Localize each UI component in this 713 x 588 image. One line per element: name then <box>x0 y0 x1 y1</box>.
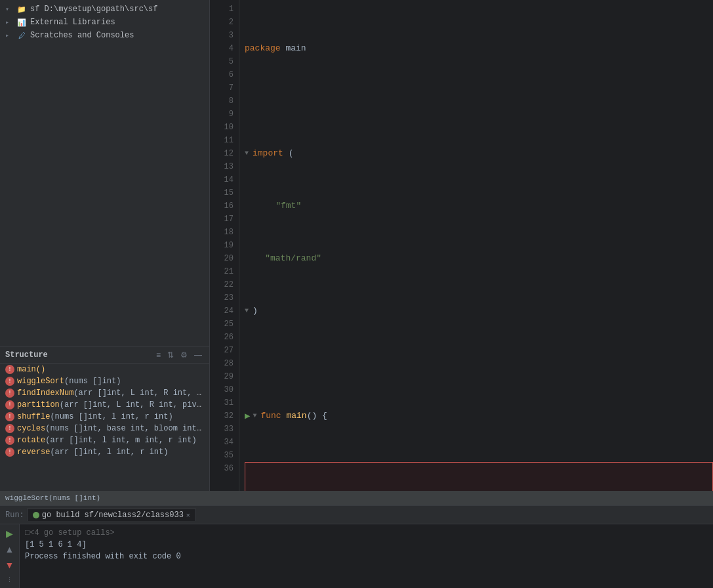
error-icon-main: ! <box>5 365 14 374</box>
line-num-12: 12 <box>210 147 234 160</box>
sidebar-item-sf[interactable]: ▾ 📁 sf D:\mysetup\gopath\src\sf <box>0 3 209 16</box>
struct-item-main[interactable]: ! main() <box>0 364 209 375</box>
run-tab-main[interactable]: go build sf/newclass2/class033 ✕ <box>27 509 196 521</box>
line-num-11: 11 <box>210 134 234 147</box>
line-num-5: 5 <box>210 55 234 68</box>
sidebar-item-ext-lib[interactable]: ▸ 📊 External Libraries <box>0 16 209 29</box>
bracket-6: ) <box>253 304 258 318</box>
sort-order-button[interactable]: ⇅ <box>165 350 176 360</box>
folder-icon: 📁 <box>16 4 28 14</box>
editor-area: 1 2 3 4 5 6 7 8 9 10 11 12 13 14 15 16 1… <box>210 0 713 491</box>
run-output-line: [1 5 1 6 1 4] <box>25 539 708 551</box>
line-num-28: 28 <box>210 357 234 370</box>
close-structure-button[interactable]: — <box>192 350 204 360</box>
line-num-7: 7 <box>210 81 234 94</box>
error-icon-shuffle: ! <box>5 412 14 421</box>
line-num-20: 20 <box>210 252 234 265</box>
line-num-35: 35 <box>210 449 234 462</box>
struct-item-cycles[interactable]: ! cycles(nums []int, base int, bloom int… <box>0 423 209 434</box>
sp8b <box>317 410 322 423</box>
line-num-10: 10 <box>210 121 234 134</box>
bracket-3: ( <box>289 147 294 160</box>
sidebar-item-ext-label: External Libraries <box>30 18 115 27</box>
error-icon-reverse: ! <box>5 448 14 457</box>
line-num-19: 19 <box>210 239 234 252</box>
code-editor[interactable]: package main ▼import ( "fmt" "math/rand" <box>239 0 713 491</box>
run-down-button[interactable]: ▼ <box>4 558 16 572</box>
code-line-8: ▶ ▼func main() { <box>245 410 713 423</box>
line-num-18: 18 <box>210 226 234 239</box>
code-line-7 <box>245 357 713 370</box>
line-num-24: 24 <box>210 304 234 318</box>
run-play-button[interactable]: ▶ <box>5 527 14 540</box>
setup-calls-text: <4 go setup calls> <box>30 528 115 537</box>
run-finished-line: Process finished with exit code 0 <box>25 551 708 562</box>
bracket-8: () <box>307 410 317 423</box>
run-scroll-button[interactable]: ⋮ <box>5 574 14 585</box>
code-line-3: ▼import ( <box>245 147 713 160</box>
struct-label-reverse: reverse(arr []int, l int, r int) <box>17 448 168 457</box>
status-func-label: wiggleSort(nums []int) <box>5 494 100 502</box>
struct-item-shuffle[interactable]: ! shuffle(nums []int, l int, r int) <box>0 411 209 423</box>
struct-item-findindexnum[interactable]: ! findIndexNum(arr []int, L int, R int, … <box>0 387 209 399</box>
run-up-button[interactable]: ▲ <box>4 543 16 556</box>
struct-label-main: main() <box>17 365 45 374</box>
line-num-17: 17 <box>210 213 234 226</box>
arrow-icon-ext: ▸ <box>5 18 16 26</box>
settings-button[interactable]: ⚙ <box>178 350 190 360</box>
code-line-1: package main <box>245 42 713 55</box>
fold-6[interactable]: ▼ <box>245 304 253 318</box>
line-num-29: 29 <box>210 370 234 383</box>
struct-label-wigglesort: wiggleSort(nums []int) <box>17 377 121 386</box>
line-num-32: 32 <box>210 410 234 423</box>
close-tab-icon[interactable]: ✕ <box>186 511 190 519</box>
sidebar-item-sf-label: sf D:\mysetup\gopath\src\sf <box>30 5 157 14</box>
struct-item-wigglesort[interactable]: ! wiggleSort(nums []int) <box>0 375 209 387</box>
line-numbers: 1 2 3 4 5 6 7 8 9 10 11 12 13 14 15 16 1… <box>210 0 239 491</box>
line-num-34: 34 <box>210 436 234 449</box>
run-tabs: Run: go build sf/newclass2/class033 ✕ <box>0 506 713 524</box>
kw-func-8: func <box>260 410 281 423</box>
kw-package: package <box>245 42 281 55</box>
sidebar: ▾ 📁 sf D:\mysetup\gopath\src\sf ▸ 📊 Exte… <box>0 0 210 491</box>
line-num-26: 26 <box>210 331 234 344</box>
sidebar-item-scratches[interactable]: ▸ 🖊 Scratches and Consoles <box>0 29 209 42</box>
sidebar-tree: ▾ 📁 sf D:\mysetup\gopath\src\sf ▸ 📊 Exte… <box>0 0 209 346</box>
line-num-8: 8 <box>210 94 234 108</box>
code-line-5: "math/rand" <box>245 252 713 265</box>
ext-lib-icon: 📊 <box>16 17 28 28</box>
run-tab-label: go build sf/newclass2/class033 <box>42 511 184 520</box>
code-container: 1 2 3 4 5 6 7 8 9 10 11 12 13 14 15 16 1… <box>210 0 713 491</box>
sp1 <box>281 42 286 55</box>
fold-3[interactable]: ▼ <box>245 147 253 160</box>
struct-label-rotate: rotate(arr []int, l int, m int, r int) <box>17 436 197 445</box>
line-num-36: 36 <box>210 462 234 475</box>
line-num-27: 27 <box>210 344 234 357</box>
line-num-22: 22 <box>210 278 234 291</box>
str-fmt: "fmt" <box>255 200 301 213</box>
run-output: □<4 go setup calls> [1 5 1 6 1 4] Proces… <box>20 524 713 588</box>
sp8 <box>281 410 287 423</box>
line-num-13: 13 <box>210 160 234 173</box>
pkg-main: main <box>285 42 306 55</box>
error-icon-wigglesort: ! <box>5 377 14 386</box>
main-area: ▾ 📁 sf D:\mysetup\gopath\src\sf ▸ 📊 Exte… <box>0 0 713 491</box>
arrow-icon: ▾ <box>5 5 16 13</box>
brace-8: { <box>322 410 327 423</box>
line-num-31: 31 <box>210 396 234 410</box>
line-num-1: 1 <box>210 3 234 16</box>
arrow-icon-scratch: ▸ <box>5 32 16 39</box>
structure-title: Structure <box>5 350 48 360</box>
run-panel: Run: go build sf/newclass2/class033 ✕ ▶ … <box>0 505 713 588</box>
sort-alpha-button[interactable]: ≡ <box>154 350 163 360</box>
line-num-33: 33 <box>210 423 234 436</box>
struct-item-rotate[interactable]: ! rotate(arr []int, l int, m int, r int) <box>0 434 209 446</box>
error-icon-find: ! <box>5 388 14 398</box>
fold-8[interactable]: ▼ <box>253 410 260 423</box>
debug-arrow-8: ▶ <box>245 410 250 423</box>
str-rand: "math/rand" <box>245 252 321 265</box>
scratch-icon: 🖊 <box>16 30 28 41</box>
struct-item-partition[interactable]: ! partition(arr []int, L int, R int, piv… <box>0 399 209 411</box>
struct-item-reverse[interactable]: ! reverse(arr []int, l int, r int) <box>0 446 209 458</box>
code-line-6: ▼) <box>245 304 713 318</box>
